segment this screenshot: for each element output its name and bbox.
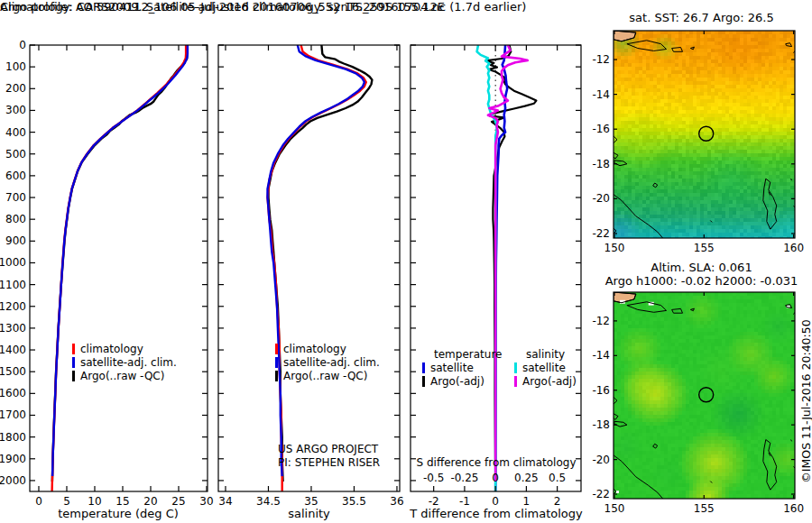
s-difference-axis-label: S difference from climatology [411, 456, 582, 469]
tick-label: 160 [783, 502, 804, 515]
axes-box [218, 45, 400, 491]
tick-label: 100 [5, 60, 26, 73]
tick-label: 1 [523, 495, 531, 508]
tick-label: 2000 [0, 474, 26, 487]
panel-sst-map: 150155160-12-14-16-18-20-22 [592, 31, 804, 254]
legend-item-t-satellite: satellite [422, 362, 502, 375]
tick-label: -14 [592, 349, 610, 362]
tick-label: 700 [5, 191, 26, 204]
legend-item-satellite-adj: satellite-adj. clim. [72, 356, 177, 370]
sla-map-title-line2: Argo h1000: -0.02 h2000: -0.031 [591, 274, 812, 288]
legend-item-s-argo: Argo(-adj) [514, 375, 577, 389]
legend-item-climatology: climatology [72, 343, 177, 356]
tick-label: 300 [5, 104, 26, 116]
legend-label: Argo(-adj) [522, 375, 577, 388]
panel-difference-from-climatology: -2-1012-0.5-0.2500.250.5 [411, 45, 581, 508]
tick-label: 500 [5, 148, 26, 161]
tick-label: 150 [604, 502, 625, 515]
tick-label: 1600 [0, 387, 26, 399]
legend-marker-climatology [275, 344, 278, 354]
legend-header-temperature: temperature [422, 348, 502, 362]
imos-watermark: ©IMOS 11-Jul-2016 20:40:50 [799, 319, 812, 482]
tick-label: 200 [5, 82, 26, 95]
sla-map-title-line1: Altim. SLA: 0.061 [591, 261, 812, 274]
tick-label: 600 [5, 170, 26, 182]
tick-label: 1900 [0, 453, 26, 465]
tick-label: -16 [592, 123, 610, 135]
legend-item-argo: Argo(..raw -QC) [72, 370, 177, 383]
legend-label: climatology [283, 343, 346, 355]
legend-item-t-argo: Argo(-adj) [422, 375, 502, 389]
tick-label: 1200 [0, 300, 26, 313]
tick-label: 1500 [0, 365, 26, 378]
legend-temperature-panel: climatology satellite-adj. clim. Argo(..… [72, 343, 177, 383]
tick-label: -22 [592, 227, 610, 240]
tick-label: 36 [390, 495, 403, 508]
legend-marker-argo [275, 371, 278, 381]
sst-map-title: sat. SST: 26.7 Argo: 26.5 [591, 11, 812, 24]
t-difference-axis-label: T difference from climatology [403, 507, 589, 520]
tick-label: 0 [492, 472, 499, 484]
legend-item-climatology: climatology [275, 343, 380, 356]
tick-label: 400 [5, 126, 26, 139]
legend-marker-t-argo [422, 376, 425, 387]
legend-label: Argo(..raw -QC) [283, 370, 367, 382]
legend-marker-s-argo [514, 376, 517, 387]
tick-label: 30 [199, 495, 213, 508]
argo-profile-figure: 0510152025300100200300400500600700800900… [0, 0, 812, 523]
axis-ticks [30, 45, 208, 491]
tick-label: 10 [88, 495, 101, 508]
tick-label: 155 [694, 242, 715, 254]
sst-map-cells [614, 31, 798, 240]
project-annotation: US ARGO PROJECT PI: STEPHEN RISER [278, 443, 380, 470]
tick-label: 0 [35, 495, 42, 508]
tick-label: 20 [143, 495, 157, 508]
legend-label: satellite-adj. clim. [283, 356, 380, 369]
legend-marker-argo [72, 371, 75, 381]
tick-label: 155 [694, 502, 715, 515]
tick-label: 900 [5, 234, 26, 247]
legend-item-argo: Argo(..raw -QC) [275, 370, 380, 383]
panel-salinity-profile: 3434.53535.536 [218, 45, 404, 508]
tick-label: 2 [554, 495, 561, 508]
tick-label: 0.5 [549, 472, 566, 484]
tick-label: 5 [63, 495, 70, 508]
panel-temperature-profile: 0510152025300100200300400500600700800900… [0, 39, 214, 508]
legend-label: Argo(..raw -QC) [80, 370, 164, 382]
salinity-axis-label: salinity [218, 507, 400, 520]
legend-marker-satellite-adj [72, 357, 75, 368]
figure-title-line2: Climatology: CARS2009. Satellite-adjuste… [0, 0, 526, 14]
tick-label: 1700 [0, 408, 26, 421]
tick-label: 1100 [0, 279, 26, 291]
tick-label: 0 [19, 39, 26, 51]
tick-label: -14 [592, 88, 610, 101]
series-climatology [268, 45, 366, 491]
legend-header-salinity: salinity [514, 348, 577, 362]
panel-sla-map: 150155160-12-14-16-18-20-22 [592, 292, 804, 515]
series-argo [269, 45, 373, 482]
axes-box [30, 45, 208, 491]
tick-label: -0.5 [423, 472, 444, 484]
tick-label: -20 [592, 192, 610, 205]
legend-label: climatology [80, 343, 143, 355]
project-line1: US ARGO PROJECT [278, 443, 380, 456]
tick-label: -1 [459, 495, 470, 508]
project-line2: PI: STEPHEN RISER [278, 456, 380, 470]
legend-marker-t-satellite [422, 362, 425, 373]
tick-label: 1300 [0, 322, 26, 335]
tick-label: -2 [429, 495, 439, 508]
tick-label: 800 [5, 213, 26, 225]
legend-item-s-satellite: satellite [514, 362, 577, 375]
tick-label: -12 [592, 315, 610, 327]
tick-label: -12 [592, 53, 610, 66]
tick-label: 160 [783, 242, 804, 254]
series-T-argo-minus-clim [485, 45, 536, 482]
legend-marker-s-satellite [514, 362, 517, 373]
temperature-axis-label: temperature (deg C) [28, 507, 208, 520]
legend-label: Argo(-adj) [430, 375, 484, 388]
tick-label: -16 [592, 384, 610, 397]
series-argo [52, 45, 187, 482]
tick-label: -20 [592, 454, 610, 466]
tick-label: 1400 [0, 344, 26, 356]
tick-label: -0.25 [450, 472, 478, 484]
